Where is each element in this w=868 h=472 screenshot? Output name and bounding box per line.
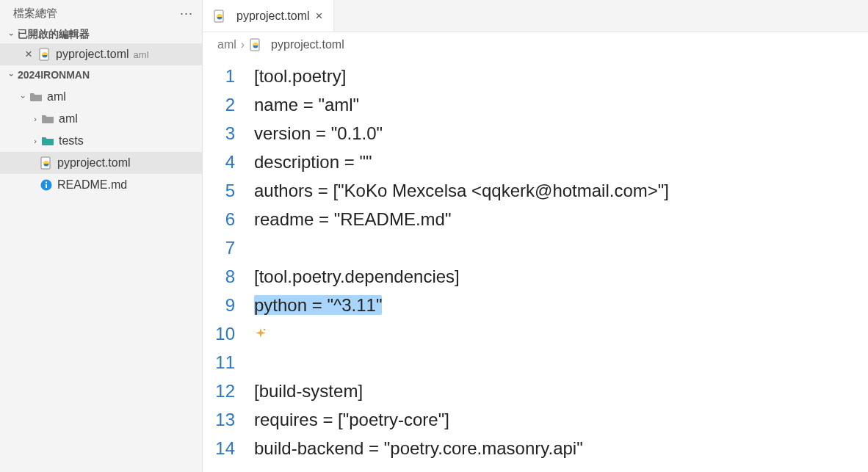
tree-folder-tests[interactable]: › tests — [0, 130, 202, 152]
close-icon[interactable]: × — [316, 9, 323, 23]
code-line[interactable]: 1[tool.poetry] — [203, 62, 868, 90]
chevron-right-icon: › — [29, 137, 41, 145]
folder-icon — [41, 136, 54, 146]
chevron-right-icon: › — [29, 115, 41, 123]
toml-file-icon — [38, 48, 51, 61]
code-line[interactable]: 5authors = ["KoKo Mexcelsa <qqkerk@hotma… — [203, 176, 868, 205]
more-actions-icon[interactable]: ··· — [180, 6, 193, 21]
line-number: 4 — [203, 148, 254, 176]
sidebar: 檔案總管 ··· › 已開啟的編輯器 × pyproject.toml aml … — [0, 0, 203, 472]
open-editor-folder: aml — [134, 49, 149, 60]
code-line[interactable]: 2name = "aml" — [203, 90, 868, 119]
editor-main: pyproject.toml × aml › pyproject.toml 1[… — [203, 0, 868, 472]
tree-folder-aml-sub[interactable]: › aml — [0, 108, 202, 130]
code-text: description = "" — [254, 148, 372, 176]
svg-rect-5 — [46, 184, 47, 188]
code-line[interactable]: 7 — [203, 233, 868, 262]
code-line[interactable]: 8[tool.poetry.dependencies] — [203, 262, 868, 291]
line-number: 2 — [203, 90, 254, 119]
line-number: 12 — [203, 377, 254, 405]
code-text: [build-system] — [254, 377, 363, 405]
project-name: 2024IRONMAN — [18, 69, 90, 81]
code-text: [tool.poetry] — [254, 62, 346, 90]
tree-folder-aml[interactable]: › aml — [0, 86, 202, 108]
folder-label: aml — [59, 112, 78, 126]
code-text: name = "aml" — [254, 90, 359, 119]
folder-icon — [41, 114, 54, 124]
code-line[interactable]: 6readme = "README.md" — [203, 205, 868, 233]
svg-rect-6 — [46, 182, 47, 184]
open-editors-label: 已開啟的編輯器 — [18, 28, 90, 41]
line-number: 7 — [203, 233, 254, 262]
folder-open-icon — [29, 92, 43, 102]
tree-file-pyproject[interactable]: pyproject.toml — [0, 152, 202, 174]
code-editor[interactable]: 1[tool.poetry]2name = "aml"3version = "0… — [203, 57, 868, 472]
tree-file-readme[interactable]: README.md — [0, 174, 202, 196]
code-text: requires = ["poetry-core"] — [254, 405, 449, 434]
code-line[interactable]: 9python = "^3.11" — [203, 291, 868, 319]
line-number: 1 — [203, 62, 254, 90]
line-number: 11 — [203, 348, 254, 377]
toml-file-icon — [249, 38, 262, 51]
tab-pyproject[interactable]: pyproject.toml × — [203, 0, 334, 32]
file-label: pyproject.toml — [57, 156, 131, 170]
code-text: [tool.poetry.dependencies] — [254, 262, 460, 291]
code-text: build-backend = "poetry.core.masonry.api… — [254, 434, 583, 462]
code-line[interactable]: 12[build-system] — [203, 377, 868, 405]
code-text: version = "0.1.0" — [254, 119, 383, 148]
code-text — [254, 319, 267, 348]
code-text: readme = "README.md" — [254, 205, 451, 233]
open-editors-section[interactable]: › 已開啟的編輯器 — [0, 26, 202, 43]
code-text: authors = ["KoKo Mexcelsa <qqkerk@hotmai… — [254, 176, 669, 205]
sparkle-icon[interactable] — [254, 319, 267, 348]
breadcrumb[interactable]: aml › pyproject.toml — [203, 32, 868, 57]
line-number: 13 — [203, 405, 254, 434]
svg-point-11 — [264, 328, 265, 330]
code-line[interactable]: 13requires = ["poetry-core"] — [203, 405, 868, 434]
breadcrumb-file-label: pyproject.toml — [271, 38, 344, 51]
chevron-down-icon: › — [19, 91, 28, 103]
line-number: 14 — [203, 434, 254, 462]
open-editor-item[interactable]: × pyproject.toml aml — [0, 43, 202, 65]
folder-label: aml — [47, 90, 66, 104]
file-tree: › aml › aml › tests pyproject.toml — [0, 84, 202, 197]
breadcrumb-file[interactable]: pyproject.toml — [249, 38, 344, 51]
code-line[interactable]: 4description = "" — [203, 148, 868, 176]
line-number: 5 — [203, 176, 254, 205]
tab-bar: pyproject.toml × — [203, 0, 868, 32]
line-number: 3 — [203, 119, 254, 148]
line-number: 9 — [203, 291, 254, 319]
info-file-icon — [40, 178, 53, 192]
code-line[interactable]: 14build-backend = "poetry.core.masonry.a… — [203, 434, 868, 462]
code-text: python = "^3.11" — [254, 291, 382, 319]
breadcrumb-separator: › — [241, 38, 245, 51]
code-line[interactable]: 10 — [203, 319, 868, 348]
code-line[interactable]: 3version = "0.1.0" — [203, 119, 868, 148]
project-section[interactable]: › 2024IRONMAN — [0, 65, 202, 84]
file-label: README.md — [57, 178, 127, 192]
toml-file-icon — [40, 156, 53, 170]
chevron-down-icon: › — [7, 29, 16, 40]
line-number: 6 — [203, 205, 254, 233]
code-line[interactable]: 11 — [203, 348, 868, 377]
close-icon[interactable]: × — [21, 47, 37, 62]
tab-label: pyproject.toml — [236, 10, 310, 23]
line-number: 10 — [203, 319, 254, 348]
line-number: 8 — [203, 262, 254, 291]
toml-file-icon — [213, 10, 226, 23]
folder-label: tests — [59, 134, 84, 148]
explorer-title: 檔案總管 — [13, 7, 57, 21]
chevron-down-icon: › — [7, 69, 16, 81]
open-editor-filename: pyproject.toml — [56, 48, 129, 61]
breadcrumb-parent[interactable]: aml — [217, 38, 236, 51]
